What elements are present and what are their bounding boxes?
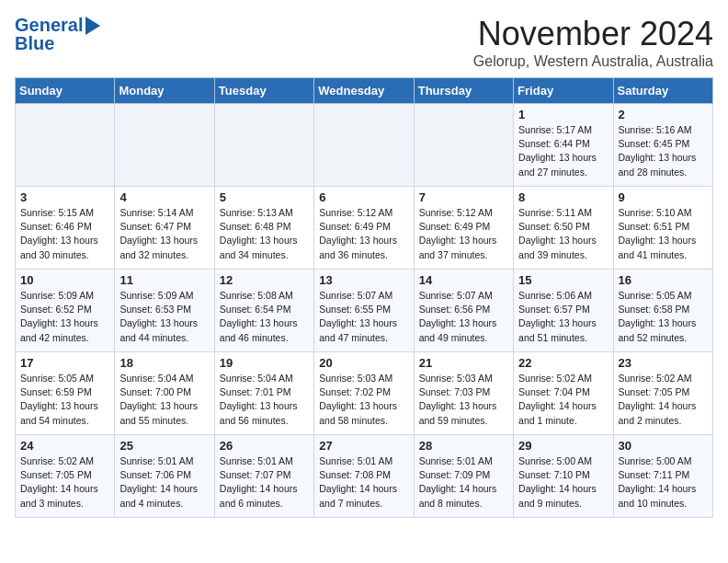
day-number: 8 (518, 190, 608, 204)
weekday-header-monday: Monday (115, 78, 214, 104)
day-info: Sunrise: 5:15 AM Sunset: 6:46 PM Dayligh… (20, 206, 109, 262)
day-info: Sunrise: 5:02 AM Sunset: 7:04 PM Dayligh… (518, 372, 608, 428)
day-info: Sunrise: 5:07 AM Sunset: 6:55 PM Dayligh… (319, 289, 408, 345)
weekday-header-tuesday: Tuesday (214, 78, 313, 104)
calendar-cell: 9Sunrise: 5:10 AM Sunset: 6:51 PM Daylig… (613, 187, 712, 270)
day-number: 9 (619, 190, 708, 204)
calendar-week-row: 17Sunrise: 5:05 AM Sunset: 6:59 PM Dayli… (16, 352, 713, 435)
day-number: 29 (518, 439, 608, 453)
day-number: 7 (419, 190, 508, 204)
day-info: Sunrise: 5:01 AM Sunset: 7:07 PM Dayligh… (220, 454, 309, 511)
day-number: 11 (119, 273, 209, 287)
day-info: Sunrise: 5:03 AM Sunset: 7:02 PM Dayligh… (319, 372, 408, 428)
calendar-cell: 8Sunrise: 5:11 AM Sunset: 6:50 PM Daylig… (514, 187, 613, 270)
day-info: Sunrise: 5:13 AM Sunset: 6:48 PM Dayligh… (220, 206, 309, 262)
weekday-header-wednesday: Wednesday (314, 78, 414, 104)
calendar-cell: 14Sunrise: 5:07 AM Sunset: 6:56 PM Dayli… (414, 270, 513, 352)
day-number: 30 (619, 439, 708, 453)
calendar-cell: 12Sunrise: 5:08 AM Sunset: 6:54 PM Dayli… (214, 270, 313, 352)
day-info: Sunrise: 5:05 AM Sunset: 6:58 PM Dayligh… (619, 289, 708, 345)
calendar-cell: 21Sunrise: 5:03 AM Sunset: 7:03 PM Dayli… (414, 352, 513, 435)
day-info: Sunrise: 5:04 AM Sunset: 7:00 PM Dayligh… (119, 372, 209, 428)
calendar-cell (214, 104, 313, 187)
calendar-cell: 30Sunrise: 5:00 AM Sunset: 7:11 PM Dayli… (613, 435, 712, 518)
day-info: Sunrise: 5:16 AM Sunset: 6:45 PM Dayligh… (619, 123, 708, 179)
day-number: 17 (20, 356, 109, 370)
calendar-cell: 15Sunrise: 5:06 AM Sunset: 6:57 PM Dayli… (514, 270, 613, 352)
calendar-cell: 10Sunrise: 5:09 AM Sunset: 6:52 PM Dayli… (16, 270, 115, 352)
day-info: Sunrise: 5:12 AM Sunset: 6:49 PM Dayligh… (419, 206, 508, 262)
day-number: 26 (220, 439, 309, 453)
calendar-cell (314, 104, 414, 187)
logo-text-blue: Blue (15, 33, 54, 53)
day-number: 27 (319, 439, 408, 453)
calendar-cell: 22Sunrise: 5:02 AM Sunset: 7:04 PM Dayli… (514, 352, 613, 435)
day-info: Sunrise: 5:03 AM Sunset: 7:03 PM Dayligh… (419, 372, 508, 428)
calendar-cell: 13Sunrise: 5:07 AM Sunset: 6:55 PM Dayli… (314, 270, 414, 352)
page-header: General Blue November 2024 Gelorup, West… (15, 15, 713, 70)
day-number: 22 (518, 356, 608, 370)
calendar-cell: 17Sunrise: 5:05 AM Sunset: 6:59 PM Dayli… (16, 352, 115, 435)
calendar-cell: 6Sunrise: 5:12 AM Sunset: 6:49 PM Daylig… (314, 187, 414, 270)
calendar-cell: 20Sunrise: 5:03 AM Sunset: 7:02 PM Dayli… (314, 352, 414, 435)
day-number: 1 (518, 108, 608, 121)
day-info: Sunrise: 5:05 AM Sunset: 6:59 PM Dayligh… (20, 372, 109, 428)
day-info: Sunrise: 5:07 AM Sunset: 6:56 PM Dayligh… (419, 289, 508, 345)
day-number: 21 (419, 356, 508, 370)
day-number: 6 (319, 190, 408, 204)
day-number: 20 (319, 356, 408, 370)
calendar-week-row: 24Sunrise: 5:02 AM Sunset: 7:05 PM Dayli… (16, 435, 713, 518)
day-info: Sunrise: 5:00 AM Sunset: 7:11 PM Dayligh… (619, 454, 708, 511)
day-number: 10 (20, 273, 109, 287)
logo-text-general: General (15, 15, 83, 35)
calendar-cell: 7Sunrise: 5:12 AM Sunset: 6:49 PM Daylig… (414, 187, 513, 270)
day-info: Sunrise: 5:06 AM Sunset: 6:57 PM Dayligh… (518, 289, 608, 345)
calendar-cell: 24Sunrise: 5:02 AM Sunset: 7:05 PM Dayli… (16, 435, 115, 518)
title-block: November 2024 Gelorup, Western Australia… (473, 15, 713, 70)
day-number: 14 (419, 273, 508, 287)
day-info: Sunrise: 5:09 AM Sunset: 6:53 PM Dayligh… (119, 289, 209, 345)
calendar-week-row: 10Sunrise: 5:09 AM Sunset: 6:52 PM Dayli… (16, 270, 713, 352)
weekday-header-sunday: Sunday (16, 78, 115, 104)
day-number: 13 (319, 273, 408, 287)
calendar-cell: 4Sunrise: 5:14 AM Sunset: 6:47 PM Daylig… (115, 187, 214, 270)
calendar-cell: 27Sunrise: 5:01 AM Sunset: 7:08 PM Dayli… (314, 435, 414, 518)
calendar-cell: 29Sunrise: 5:00 AM Sunset: 7:10 PM Dayli… (514, 435, 613, 518)
calendar-cell: 11Sunrise: 5:09 AM Sunset: 6:53 PM Dayli… (115, 270, 214, 352)
calendar-cell: 28Sunrise: 5:01 AM Sunset: 7:09 PM Dayli… (414, 435, 513, 518)
calendar-cell: 1Sunrise: 5:17 AM Sunset: 6:44 PM Daylig… (514, 104, 613, 187)
calendar-week-row: 1Sunrise: 5:17 AM Sunset: 6:44 PM Daylig… (16, 104, 713, 187)
day-info: Sunrise: 5:14 AM Sunset: 6:47 PM Dayligh… (119, 206, 209, 262)
day-info: Sunrise: 5:08 AM Sunset: 6:54 PM Dayligh… (220, 289, 309, 345)
calendar-cell: 25Sunrise: 5:01 AM Sunset: 7:06 PM Dayli… (115, 435, 214, 518)
day-number: 19 (220, 356, 309, 370)
day-info: Sunrise: 5:01 AM Sunset: 7:06 PM Dayligh… (119, 454, 209, 511)
calendar-table: SundayMondayTuesdayWednesdayThursdayFrid… (15, 77, 713, 518)
calendar-cell (16, 104, 115, 187)
calendar-cell (115, 104, 214, 187)
calendar-cell: 23Sunrise: 5:02 AM Sunset: 7:05 PM Dayli… (613, 352, 712, 435)
day-number: 23 (619, 356, 708, 370)
calendar-week-row: 3Sunrise: 5:15 AM Sunset: 6:46 PM Daylig… (16, 187, 713, 270)
day-info: Sunrise: 5:10 AM Sunset: 6:51 PM Dayligh… (619, 206, 708, 262)
day-number: 24 (20, 439, 109, 453)
calendar-cell: 2Sunrise: 5:16 AM Sunset: 6:45 PM Daylig… (613, 104, 712, 187)
calendar-cell: 5Sunrise: 5:13 AM Sunset: 6:48 PM Daylig… (214, 187, 313, 270)
weekday-header-saturday: Saturday (613, 78, 712, 104)
day-number: 25 (119, 439, 209, 453)
page-title: November 2024 (473, 15, 713, 53)
day-number: 2 (619, 108, 708, 121)
day-info: Sunrise: 5:01 AM Sunset: 7:09 PM Dayligh… (419, 454, 508, 511)
weekday-header-thursday: Thursday (414, 78, 513, 104)
weekday-header-row: SundayMondayTuesdayWednesdayThursdayFrid… (16, 78, 713, 104)
calendar-cell: 19Sunrise: 5:04 AM Sunset: 7:01 PM Dayli… (214, 352, 313, 435)
calendar-cell: 16Sunrise: 5:05 AM Sunset: 6:58 PM Dayli… (613, 270, 712, 352)
day-number: 28 (419, 439, 508, 453)
weekday-header-friday: Friday (514, 78, 613, 104)
day-info: Sunrise: 5:02 AM Sunset: 7:05 PM Dayligh… (20, 454, 109, 511)
logo: General Blue (15, 15, 100, 53)
day-number: 15 (518, 273, 608, 287)
calendar-cell (414, 104, 513, 187)
day-number: 18 (119, 356, 209, 370)
calendar-cell: 3Sunrise: 5:15 AM Sunset: 6:46 PM Daylig… (16, 187, 115, 270)
